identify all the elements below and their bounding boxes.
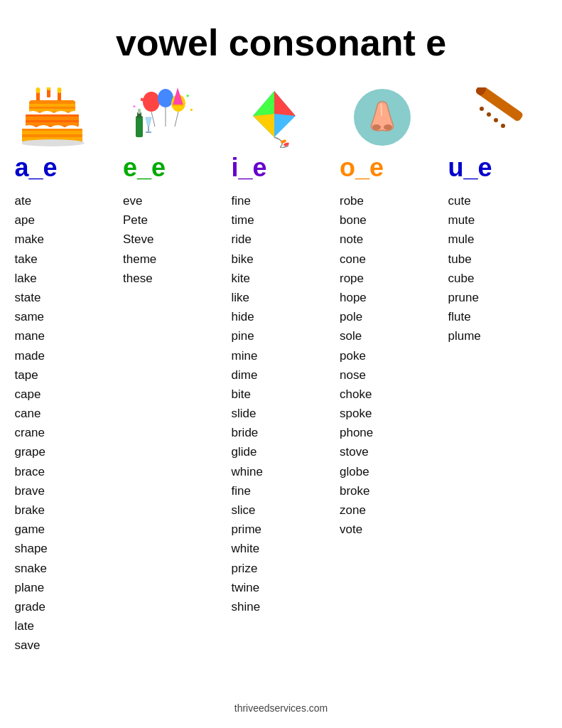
list-item: take [15,250,48,269]
columns-container: a_e ateapemaketakelakestatesamemanemadet… [15,85,548,655]
list-item: tube [448,250,481,269]
list-item: flute [448,307,481,326]
list-item: cone [340,250,373,269]
list-item: bite [232,385,263,404]
svg-rect-22 [136,116,143,137]
svg-point-41 [372,124,381,130]
svg-rect-32 [190,108,193,110]
list-item: bike [232,250,263,269]
column-a-e-label: a_e [15,153,58,183]
list-item: cute [448,191,481,210]
list-item: shine [232,597,263,616]
list-item: same [15,307,48,326]
list-item: twine [232,578,263,597]
list-item: ride [232,230,263,249]
list-item: these [123,269,156,288]
word-list-e-e: evePeteStevethemethese [123,191,156,288]
list-item: cane [15,404,48,423]
svg-rect-8 [29,109,75,112]
svg-point-17 [158,89,173,107]
svg-marker-25 [146,117,151,127]
svg-point-5 [57,87,61,93]
list-item: prune [448,288,481,307]
svg-marker-36 [253,114,274,137]
list-item: spoke [340,404,373,423]
column-u-e-label: u_e [448,153,492,183]
list-item: game [15,520,48,539]
list-item: cape [15,385,48,404]
column-i-e: i_e finetimeridebikekitelikehidepinemine… [232,85,331,655]
list-item: make [15,230,48,249]
list-item: fine [232,191,263,210]
word-list-a-e: ateapemaketakelakestatesamemanemadetapec… [15,191,48,655]
list-item: slice [232,500,263,520]
cake-icon [15,85,100,149]
list-item: brave [15,481,48,500]
list-item: mule [448,230,481,249]
word-list-u-e: cutemutemuletubecubeprunefluteplume [448,191,481,346]
list-item: plume [448,326,481,346]
list-item: ate [15,191,48,210]
svg-rect-24 [138,109,141,114]
party-icon [123,85,208,149]
list-item: lake [15,269,48,288]
svg-point-46 [494,118,498,122]
list-item: slide [232,404,263,423]
list-item: fine [232,481,263,500]
list-item: grape [15,442,48,461]
list-item: bride [232,423,263,442]
list-item: whine [232,462,263,481]
list-item: shape [15,539,48,558]
flute-icon [448,85,534,149]
page-title: vowel consonant e [116,21,446,64]
list-item: brace [15,462,48,481]
list-item: hope [340,288,373,307]
list-item: bone [340,210,373,230]
list-item: prime [232,520,263,539]
list-item: glide [232,442,263,461]
svg-point-15 [22,139,85,146]
svg-point-42 [384,124,392,130]
list-item: prize [232,559,263,578]
svg-rect-26 [148,127,149,132]
column-e-e: e_e evePeteStevethemethese [123,85,222,655]
list-item: grade [15,597,48,616]
svg-rect-27 [146,132,151,133]
column-i-e-label: i_e [232,153,267,183]
list-item: rope [340,269,373,288]
nose-icon [340,85,425,149]
list-item: kite [232,269,263,288]
list-item: like [232,288,263,307]
list-item: plane [15,578,48,597]
column-o-e-label: o_e [340,153,384,183]
column-o-e: o_e robebonenoteconeropehopepolesolepoke… [340,85,439,655]
list-item: cube [448,269,481,288]
list-item: save [15,636,48,655]
list-item: robe [340,191,373,210]
list-item: broke [340,481,373,500]
list-item: Pete [123,210,156,230]
list-item: pine [232,326,263,346]
list-item: stove [340,442,373,461]
column-u-e: u_e cutemutemuletubecubeprunefluteplume [448,85,548,655]
svg-marker-35 [274,91,296,116]
svg-line-21 [175,112,178,127]
svg-marker-37 [253,91,274,116]
svg-rect-13 [22,131,82,134]
list-item: vote [340,520,373,539]
list-item: made [15,346,48,365]
kite-icon [232,85,317,149]
list-item: zone [340,500,373,520]
list-item: mine [232,346,263,365]
list-item: brake [15,500,48,520]
list-item: hide [232,307,263,326]
word-list-o-e: robebonenoteconeropehopepolesolepokenose… [340,191,373,539]
svg-point-48 [480,107,484,111]
svg-point-3 [36,87,40,93]
list-item: choke [340,385,373,404]
word-list-i-e: finetimeridebikekitelikehidepineminedime… [232,191,263,616]
list-item: Steve [123,230,156,249]
list-item: nose [340,365,373,385]
list-item: state [15,288,48,307]
svg-point-45 [487,112,491,117]
